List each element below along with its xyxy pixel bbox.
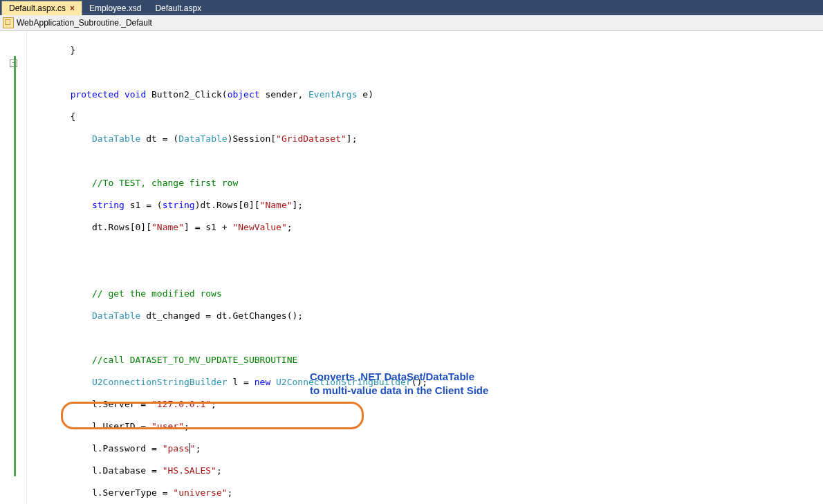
tab-label: Default.aspx.cs [9,3,66,13]
file-tabs: Default.aspx.cs × Employee.xsd Default.a… [0,0,823,15]
tab-label: Default.aspx [155,3,201,13]
code-area[interactable]: } protected void Button2_Click(object se… [27,31,438,504]
tab-employee-xsd[interactable]: Employee.xsd [82,1,148,15]
tab-default-aspx[interactable]: Default.aspx [148,1,208,15]
code-editor[interactable]: - } protected void Button2_Click(object … [0,31,823,504]
tab-label: Employee.xsd [89,3,141,13]
class-icon [3,17,14,28]
breadcrumb[interactable]: WebApplication_Subroutine._Default [0,15,823,31]
close-icon[interactable]: × [70,3,75,13]
breadcrumb-text: WebApplication_Subroutine._Default [17,18,152,28]
change-indicator [14,56,16,476]
annotation-text: Converts .NET DataSet/DataTable to multi… [310,370,488,397]
tab-default-cs[interactable]: Default.aspx.cs × [1,1,82,15]
